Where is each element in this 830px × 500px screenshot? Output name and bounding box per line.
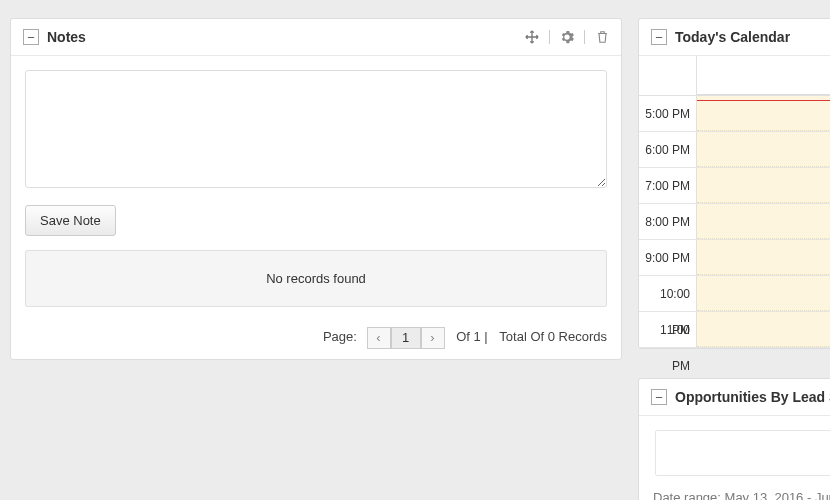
pager-label: Page:: [323, 329, 357, 344]
date-range-value: May 13, 2016 - Jun 13, 2016: [725, 490, 830, 500]
calendar-row: 10:00 PM: [639, 276, 830, 312]
gear-icon[interactable]: [560, 30, 574, 44]
notes-panel: − Notes Save Note: [10, 18, 622, 360]
divider: [549, 30, 550, 44]
calendar-time-label: 5:00 PM: [639, 96, 697, 131]
calendar-time-label: 11:00 PM: [639, 312, 697, 347]
calendar-slot[interactable]: [697, 96, 830, 131]
no-records-message: No records found: [25, 250, 607, 307]
calendar-now-line: [697, 100, 830, 101]
calendar-slot[interactable]: [697, 204, 830, 239]
date-range-label: Date range:: [653, 490, 721, 500]
calendar-allday-cell[interactable]: [697, 56, 830, 95]
opportunities-panel: − Opportunities By Lead Source Date rang…: [638, 378, 830, 500]
move-icon[interactable]: [525, 30, 539, 44]
pager-current-page: 1: [391, 327, 421, 349]
calendar-time-label: 9:00 PM: [639, 240, 697, 275]
pager-total-text: Total Of 0 Records: [499, 329, 607, 344]
calendar-row: 8:00 PM: [639, 204, 830, 240]
calendar-gutter: [639, 56, 697, 95]
calendar-title: Today's Calendar: [675, 29, 790, 45]
calendar-allday-row: [639, 56, 830, 96]
trash-icon[interactable]: [595, 30, 609, 44]
divider: [584, 30, 585, 44]
calendar-slot[interactable]: [697, 168, 830, 203]
opportunities-header: − Opportunities By Lead Source: [639, 379, 830, 416]
calendar-header: − Today's Calendar: [639, 19, 830, 56]
calendar-row: 5:00 PM: [639, 96, 830, 132]
calendar-slot[interactable]: [697, 276, 830, 311]
calendar-time-label: 7:00 PM: [639, 168, 697, 203]
calendar-slot[interactable]: [697, 312, 830, 347]
opportunities-collapse-button[interactable]: −: [651, 389, 667, 405]
notes-title: Notes: [47, 29, 86, 45]
notes-body: Save Note No records found: [11, 56, 621, 317]
calendar-rows: 5:00 PM6:00 PM7:00 PM8:00 PM9:00 PM10:00…: [639, 96, 830, 348]
pager-next-button[interactable]: ›: [421, 327, 445, 349]
opportunities-date-range: Date range: May 13, 2016 - Jun 13, 2016: [639, 486, 830, 500]
opportunities-title: Opportunities By Lead Source: [675, 389, 830, 405]
calendar-time-label: 8:00 PM: [639, 204, 697, 239]
pager: Page: ‹1› Of 1 | Total Of 0 Records: [11, 317, 621, 359]
calendar-body: 5:00 PM6:00 PM7:00 PM8:00 PM9:00 PM10:00…: [639, 56, 830, 348]
calendar-panel: − Today's Calendar 5:00 PM6:00 PM7:00 PM…: [638, 18, 830, 349]
notes-collapse-button[interactable]: −: [23, 29, 39, 45]
calendar-row: 11:00 PM: [639, 312, 830, 348]
pager-prev-button[interactable]: ‹: [367, 327, 391, 349]
calendar-time-label: 10:00 PM: [639, 276, 697, 311]
notes-header-actions: [525, 30, 609, 44]
calendar-row: 7:00 PM: [639, 168, 830, 204]
calendar-time-label: 6:00 PM: [639, 132, 697, 167]
calendar-row: 9:00 PM: [639, 240, 830, 276]
pager-of-text: Of 1 |: [456, 329, 488, 344]
note-textarea[interactable]: [25, 70, 607, 188]
save-note-button[interactable]: Save Note: [25, 205, 116, 236]
opportunities-chart-placeholder: [655, 430, 830, 476]
calendar-row: 6:00 PM: [639, 132, 830, 168]
notes-header: − Notes: [11, 19, 621, 56]
calendar-slot[interactable]: [697, 240, 830, 275]
calendar-slot[interactable]: [697, 132, 830, 167]
calendar-collapse-button[interactable]: −: [651, 29, 667, 45]
